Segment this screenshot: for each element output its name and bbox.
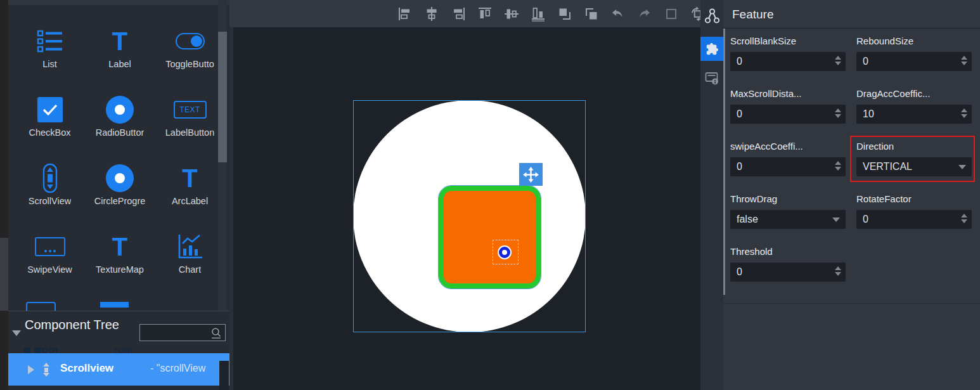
palette-item-circleprogre[interactable]: CircleProgre — [84, 153, 156, 222]
search-icon — [210, 327, 222, 339]
palette-item-arclabel[interactable]: T ArcLabel — [156, 153, 224, 222]
divider — [723, 303, 980, 304]
left-edge-scrollbar[interactable] — [0, 0, 8, 390]
align-vertical-center-icon[interactable] — [503, 6, 519, 22]
palette-item-list[interactable]: List — [16, 16, 84, 85]
palette-item-label: ScrollView — [29, 196, 71, 206]
feature-panel-title: Feature — [732, 8, 773, 22]
align-bottom-icon[interactable] — [530, 6, 546, 22]
field-label: swipeAccCoeffi... — [730, 141, 846, 152]
field-rotatefactor: RotateFactor 0 — [856, 193, 972, 229]
palette-item-swipeview[interactable]: SwipeView — [16, 222, 84, 290]
circle-progress-icon — [106, 162, 134, 194]
field-scrollblanksize: ScrollBlankSize 0 — [730, 36, 846, 71]
swipeacccoeffi-input[interactable]: 0 — [730, 157, 846, 176]
field-value: 0 — [737, 108, 742, 120]
palette-scrollbar-thumb[interactable] — [218, 32, 227, 162]
field-dragacccoeffic: DragAccCoeffic... 10 — [856, 88, 972, 124]
redo-icon[interactable] — [636, 6, 652, 22]
tab-feature-puzzle[interactable] — [700, 37, 723, 61]
spinner-arrows-icon[interactable] — [835, 108, 841, 118]
scrollview-icon — [42, 162, 58, 194]
field-value: 0 — [737, 266, 742, 278]
palette-item-label: LabelButton — [165, 127, 214, 138]
canvas-toolbar — [229, 0, 700, 27]
spinner-arrows-icon[interactable] — [961, 108, 967, 118]
move-handle[interactable] — [519, 163, 543, 186]
texture-mapper-icon: T — [112, 231, 127, 263]
chevron-down-icon[interactable] — [958, 165, 966, 169]
palette-item-texturemap[interactable]: T TextureMap — [84, 222, 156, 290]
scrollblanksize-input[interactable]: 0 — [730, 52, 846, 71]
align-right-icon[interactable] — [450, 6, 466, 22]
bring-forward-icon[interactable] — [557, 6, 572, 22]
align-left-icon[interactable] — [397, 6, 413, 22]
field-value: 0 — [863, 214, 868, 225]
palette-item-label: List — [42, 59, 57, 69]
field-value: 10 — [863, 108, 874, 120]
palette-item-partial-1[interactable] — [26, 302, 56, 311]
palette-item-label: RadioButtor — [96, 127, 145, 138]
design-canvas[interactable] — [233, 27, 700, 390]
align-top-icon[interactable] — [477, 6, 493, 22]
field-label: Direction — [856, 141, 972, 152]
collapse-caret-icon[interactable] — [12, 330, 21, 336]
palette-item-labelbutton[interactable]: TEXT LabelButton — [156, 85, 224, 153]
throwdrag-dropdown[interactable]: false — [730, 210, 846, 229]
field-value: false — [737, 214, 758, 225]
tree-search-input[interactable] — [139, 324, 226, 341]
spinner-arrows-icon[interactable] — [961, 214, 967, 223]
field-threshold: Threshold 0 — [730, 246, 846, 282]
tree-row-scrollview[interactable]: Scrollview - "scrollView — [8, 353, 229, 386]
palette-grid: List T Label ToggleButto CheckBox RadioB… — [16, 16, 224, 290]
selection-rect-icon[interactable] — [663, 6, 679, 22]
spinner-arrows-icon[interactable] — [835, 161, 841, 171]
child-dot-widget[interactable] — [499, 247, 510, 258]
selection-outline — [353, 100, 586, 332]
feature-scrollbar-thumb[interactable] — [723, 29, 725, 295]
tree-row-value: root — [114, 348, 132, 353]
palette-item-partial-2[interactable] — [100, 302, 129, 311]
tree-row-root[interactable]: Root root — [8, 348, 229, 353]
component-tree-title: Component Tree — [25, 316, 136, 334]
chart-icon — [177, 231, 203, 263]
spinner-arrows-icon[interactable] — [835, 266, 841, 276]
tree-row-name: Scrollview — [60, 362, 113, 375]
field-value: VERTICAL — [863, 161, 912, 172]
move-arrows-icon — [522, 166, 539, 183]
send-backward-icon[interactable] — [583, 6, 599, 22]
text-label-icon: T — [112, 25, 127, 57]
palette-item-chart[interactable]: Chart — [156, 222, 224, 290]
left-edge-scrollbar-thumb[interactable] — [0, 238, 8, 311]
nodes-tool-icon[interactable] — [704, 8, 720, 25]
undo-icon[interactable] — [610, 6, 626, 22]
maxscrolldista-input[interactable]: 0 — [730, 105, 846, 124]
direction-dropdown[interactable]: VERTICAL — [856, 157, 972, 176]
side-tab-strip — [700, 0, 723, 390]
dragacccoeffic-input[interactable]: 10 — [856, 105, 972, 124]
tab-info-panel[interactable] — [705, 71, 719, 86]
palette-item-checkbox[interactable]: CheckBox — [16, 85, 84, 153]
chevron-down-icon[interactable] — [832, 218, 840, 222]
label-button-icon: TEXT — [174, 94, 207, 126]
palette-item-label: Label — [108, 59, 131, 69]
palette-item-togglebutto[interactable]: ToggleButto — [156, 16, 224, 85]
rotatefactor-input[interactable]: 0 — [856, 210, 972, 229]
threshold-input[interactable]: 0 — [730, 263, 846, 282]
expand-caret-icon[interactable] — [28, 365, 34, 374]
scrollview-node-icon — [43, 363, 49, 377]
component-palette: List T Label ToggleButto CheckBox RadioB… — [8, 0, 229, 311]
arc-label-icon: T — [182, 162, 197, 194]
palette-item-radiobuttor[interactable]: RadioButtor — [84, 85, 156, 153]
spinner-arrows-icon[interactable] — [961, 56, 967, 65]
puzzle-icon — [705, 42, 719, 56]
tree-row-caret-fragment — [24, 348, 30, 353]
palette-item-scrollview[interactable]: ScrollView — [16, 153, 84, 222]
tree-scrollbar-thumb[interactable] — [219, 361, 229, 390]
align-horizontal-center-icon[interactable] — [423, 6, 439, 22]
spinner-arrows-icon[interactable] — [835, 56, 841, 65]
palette-item-label: CircleProgre — [94, 196, 146, 206]
reboundsize-input[interactable]: 0 — [856, 52, 972, 71]
palette-item-label: ToggleButto — [165, 59, 214, 69]
palette-item-label[interactable]: T Label — [84, 16, 156, 85]
